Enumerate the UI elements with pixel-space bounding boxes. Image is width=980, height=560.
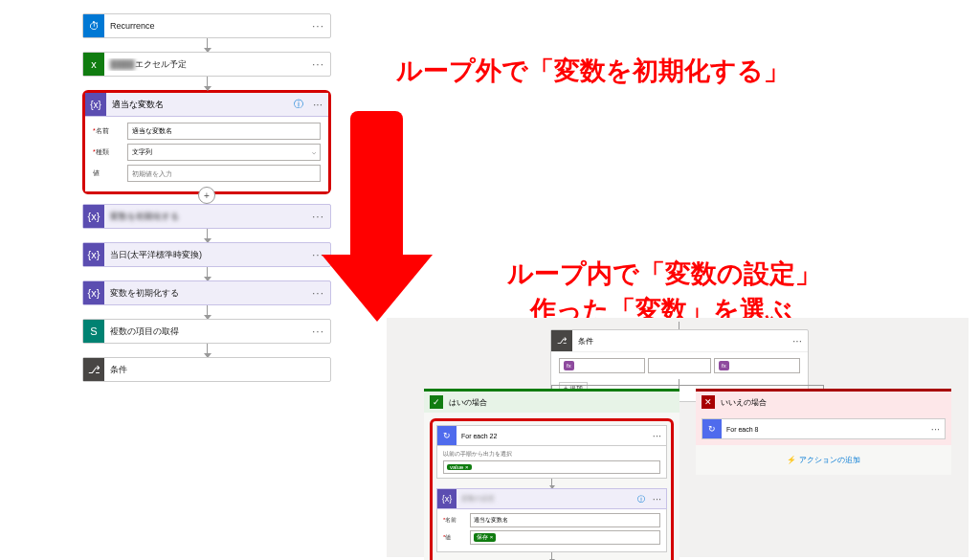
set-variable-step[interactable]: {x} 変数の設定 ⓘ ··· bbox=[436, 488, 667, 509]
condition-operator[interactable] bbox=[648, 358, 711, 373]
value-input[interactable]: 保存 × bbox=[470, 530, 660, 545]
step-label: 変数の設定 bbox=[457, 494, 635, 504]
card-header[interactable]: {x} 適当な変数名 ⓘ ··· bbox=[85, 93, 328, 117]
card-menu[interactable]: ··· bbox=[787, 334, 808, 347]
variable-icon: {x} bbox=[85, 93, 106, 116]
step-recurrence[interactable]: ⏱ Recurrence ··· bbox=[82, 13, 331, 38]
step-menu[interactable]: ··· bbox=[306, 57, 330, 71]
chevron-down-icon: ⌵ bbox=[312, 148, 316, 156]
step-label: 当日(太平洋標準時変換) bbox=[104, 249, 306, 261]
connector bbox=[551, 552, 552, 560]
big-red-arrow bbox=[350, 111, 433, 322]
set-variable-body: *名前 *値 保存 × bbox=[436, 509, 667, 552]
step-label: For each 22 bbox=[457, 433, 648, 439]
step-label: 複数の項目の取得 bbox=[104, 325, 306, 338]
add-step-button[interactable]: + bbox=[198, 187, 215, 204]
step-today[interactable]: {x} 当日(太平洋標準時変換) ··· bbox=[82, 242, 331, 267]
yes-branch: ✓ はいの場合 ↻ For each 22 ··· 以前の手順から出力を選択 v… bbox=[424, 389, 679, 560]
field-name: *名前 bbox=[93, 123, 321, 140]
field-name: *名前 bbox=[443, 513, 660, 527]
card-title: 条件 bbox=[572, 336, 787, 347]
step-menu[interactable]: ··· bbox=[648, 430, 666, 441]
connector-arrow bbox=[207, 305, 208, 319]
card-body: *名前 *種類 文字列⌵ 値 bbox=[85, 117, 328, 191]
sharepoint-icon: S bbox=[83, 320, 104, 343]
card-menu[interactable]: ··· bbox=[307, 98, 328, 111]
step-label: 変数を初期化する bbox=[104, 211, 306, 223]
step-variable-blur[interactable]: {x} 変数を初期化する ··· bbox=[82, 204, 331, 229]
excel-icon: x bbox=[83, 53, 104, 76]
step-label: 変数を初期化する bbox=[104, 287, 306, 300]
condition-icon: ⎇ bbox=[83, 358, 104, 381]
connector bbox=[551, 479, 552, 488]
add-action-link[interactable]: ⚡ アクションの追加 bbox=[696, 445, 951, 475]
no-branch: ✕ いいえの場合 ↻ For each 8 ··· ⚡ アクションの追加 bbox=[696, 389, 951, 475]
variable-icon: {x} bbox=[83, 243, 104, 266]
step-init-var-2[interactable]: {x} 変数を初期化する ··· bbox=[82, 280, 331, 305]
foreach-value[interactable]: value × bbox=[443, 460, 660, 474]
condition-row: fx fx bbox=[559, 358, 800, 373]
dynamic-pill: fx bbox=[564, 361, 574, 370]
value-input[interactable] bbox=[127, 165, 321, 182]
condition-icon: ⎇ bbox=[551, 330, 572, 351]
card-header[interactable]: ⎇ 条件 ··· bbox=[551, 330, 808, 352]
step-menu[interactable]: ··· bbox=[926, 423, 945, 435]
info-icon[interactable]: ⓘ bbox=[290, 98, 307, 111]
step-menu[interactable]: ··· bbox=[306, 210, 330, 223]
annotation-set-inside: ループ内で「変数の設定」 bbox=[507, 257, 821, 291]
yes-highlight: ↻ For each 22 ··· 以前の手順から出力を選択 value × {… bbox=[430, 418, 674, 560]
condition-left[interactable]: fx bbox=[559, 358, 645, 373]
foreach-input: 以前の手順から出力を選択 value × bbox=[436, 446, 667, 479]
connector-arrow bbox=[207, 229, 208, 242]
step-menu[interactable]: ··· bbox=[306, 19, 330, 33]
loop-icon: ↻ bbox=[702, 419, 722, 438]
step-label: For each 8 bbox=[722, 426, 926, 433]
clock-icon: ⏱ bbox=[83, 14, 104, 37]
loop-icon: ↻ bbox=[437, 426, 457, 445]
step-label: ████エクセル予定 bbox=[104, 58, 306, 71]
step-menu[interactable]: ··· bbox=[306, 325, 330, 338]
connector-arrow bbox=[207, 77, 208, 90]
connector-arrow bbox=[207, 267, 208, 280]
step-label: Recurrence bbox=[104, 21, 306, 31]
step-get-items[interactable]: S 複数の項目の取得 ··· bbox=[82, 319, 331, 344]
connector bbox=[679, 379, 679, 389]
step-label: 条件 bbox=[104, 364, 330, 376]
field-label: 以前の手順から出力を選択 bbox=[443, 450, 660, 459]
card-title: 適当な変数名 bbox=[106, 99, 290, 111]
init-variable-card[interactable]: {x} 適当な変数名 ⓘ ··· *名前 *種類 文字列⌵ 値 bbox=[82, 90, 331, 194]
step-condition[interactable]: ⎇ 条件 bbox=[82, 357, 331, 382]
condition-right[interactable]: fx bbox=[714, 358, 800, 373]
info-icon[interactable]: ⓘ bbox=[635, 494, 648, 504]
field-type: *種類 文字列⌵ bbox=[93, 144, 321, 161]
type-select[interactable]: 文字列⌵ bbox=[127, 144, 321, 161]
branch-header: ✓ はいの場合 bbox=[424, 392, 679, 413]
branch-header: ✕ いいえの場合 bbox=[696, 392, 951, 413]
variable-icon: {x} bbox=[83, 205, 104, 228]
name-input[interactable] bbox=[127, 123, 321, 140]
connector-top bbox=[679, 322, 679, 329]
connector-arrow bbox=[207, 38, 208, 52]
step-excel[interactable]: x ████エクセル予定 ··· bbox=[82, 52, 331, 77]
branch-label: いいえの場合 bbox=[721, 397, 767, 408]
foreach-22[interactable]: ↻ For each 22 ··· bbox=[436, 425, 667, 446]
dynamic-pill: fx bbox=[719, 361, 729, 370]
branch-label: はいの場合 bbox=[449, 397, 487, 408]
foreach-8[interactable]: ↻ For each 8 ··· bbox=[702, 418, 946, 439]
annotation-init-outside: ループ外で「変数を初期化する」 bbox=[396, 54, 790, 88]
variable-icon: {x} bbox=[437, 489, 457, 508]
field-value: *値 保存 × bbox=[443, 530, 660, 545]
dynamic-pill: value × bbox=[447, 464, 472, 470]
dynamic-pill: 保存 × bbox=[474, 533, 496, 542]
connector bbox=[551, 385, 823, 386]
name-input[interactable] bbox=[470, 513, 660, 527]
x-icon: ✕ bbox=[702, 395, 715, 409]
field-value: 値 bbox=[93, 165, 321, 182]
variable-icon: {x} bbox=[83, 281, 104, 304]
step-menu[interactable]: ··· bbox=[648, 493, 666, 504]
connector-arrow bbox=[207, 344, 208, 357]
check-icon: ✓ bbox=[430, 395, 443, 409]
flow-diagram-left: ⏱ Recurrence ··· x ████エクセル予定 ··· {x} 適当… bbox=[82, 13, 331, 382]
